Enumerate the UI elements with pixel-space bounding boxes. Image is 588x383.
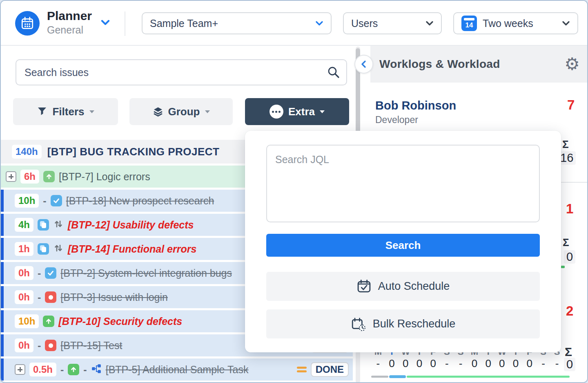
calendar-clock-icon [351,316,366,332]
caret-down-icon [89,110,94,113]
layers-icon [153,106,163,117]
timeframe-select[interactable]: 14 Two weeks [453,12,578,34]
workload-value: 0 [426,357,440,370]
sigma-symbol: Σ [563,236,569,249]
workload-value: 0 [385,357,399,370]
group-button[interactable]: Group [129,98,233,125]
issue-label: [BTP-18] New prospect research [66,195,214,207]
caret-down-icon [205,110,210,113]
settings-gear-icon[interactable]: ⚙ [564,56,580,73]
workload-bar-today-segment [389,375,406,378]
priority-arrow-up-icon [43,171,55,182]
issue-label: [BTP-3] Issue with login [60,291,168,303]
project-hours-chip: 140h [12,145,42,159]
filters-label: Filters [52,105,84,118]
workload-bar-past-segment [371,376,388,378]
workload-progress-bar [371,375,570,378]
project-title: [BTP] BUG TRACKING PROJECT [47,146,220,158]
issue-label: [BTP-10] Security defects [58,316,182,327]
search-issues-input[interactable] [16,59,347,85]
expand-icon[interactable] [6,171,16,182]
done-checkbox-icon[interactable] [51,195,62,206]
sigma-total: 0 [564,358,575,371]
planner-app-window: Planner General Sample Team+ Users 14 Tw… [0,0,588,383]
team-select-value: Sample Team+ [150,18,218,29]
estimate-chip: 1h [15,242,33,256]
row-accent-bar [1,358,4,381]
estimate-chip: 4h [15,218,33,232]
issue-label: [BTP-14] Functional errors [68,243,196,255]
planner-logo[interactable] [15,11,40,36]
issue-label: [BTP-12] Usability defects [68,219,194,231]
filters-button[interactable]: Filters [13,98,118,125]
user-issue-count: 7 [567,97,575,113]
search-icon[interactable] [327,65,341,81]
row-accent-bar [1,190,4,212]
workload-value: - [371,357,385,370]
view-mode-select[interactable]: Users [343,12,442,34]
dash-separator: - [38,340,41,352]
timeframe-value: Two weeks [483,18,533,29]
estimate-chip: 0h [15,338,33,352]
filter-funnel-icon [37,106,47,117]
top-bar: Planner General Sample Team+ Users 14 Tw… [1,1,588,46]
app-menu-chevron-down-icon[interactable] [100,19,111,28]
workload-value: - [454,357,468,370]
workload-value: - [537,357,550,370]
expand-icon[interactable] [15,364,25,375]
task-pages-icon [38,243,49,255]
workload-value: 0 [481,357,495,370]
bulk-reschedule-label: Bulk Reschedule [373,318,456,330]
extra-button[interactable]: Extra [245,98,349,125]
estimate-chip: 10h [15,194,39,208]
calendar-day-number: 14 [466,21,473,29]
extra-dropdown-panel: Search Auto Schedule Bulk Reschedule [245,131,561,352]
record-status-icon [45,291,56,303]
row-accent-bar [1,214,4,236]
sigma-symbol: Σ [562,138,569,151]
sigma-symbol: Σ [565,345,572,359]
search-issues-box [16,59,347,85]
dash-separator: - [38,291,41,303]
estimate-chip: 6h [20,170,39,184]
user-issue-count: 1 [566,201,573,217]
done-checkbox-icon[interactable] [45,267,56,279]
issue-row-btp-5[interactable]: 0.5h - - [BTP-5] Additional Sample Task … [1,358,353,381]
chevron-down-icon [562,20,570,26]
issue-label: [BTP-5] Additional Sample Task [106,364,249,376]
sigma-total: 0 [564,250,575,264]
user-name[interactable]: Bob Robinson [375,99,456,112]
bulk-reschedule-button[interactable]: Bulk Reschedule [266,309,540,338]
priority-arrow-up-icon [68,364,79,375]
workload-value: 0 [468,357,481,370]
row-accent-bar [1,334,4,356]
status-badge: DONE [311,362,349,377]
priority-medium-icon [297,367,307,372]
workload-values-row: -0000--00000-- [371,357,564,370]
user-issue-count: 2 [566,303,573,319]
worklogs-title: Worklogs & Workload [379,58,500,71]
calendar-14-icon: 14 [461,16,477,31]
group-label: Group [168,105,200,118]
header-divider [125,11,125,36]
chevron-left-icon [359,59,368,69]
extra-label: Extra [288,105,315,118]
calendar-icon [20,16,35,31]
workload-bar-green-edge [561,266,565,268]
auto-schedule-button[interactable]: Auto Schedule [266,272,540,301]
estimate-chip: 0.5h [29,363,56,376]
estimate-chip: 10h [15,314,39,328]
issue-label: [BTP-7] Logic errors [59,171,150,183]
workload-value: - [440,357,454,370]
workload-value: 0 [412,357,426,370]
workload-value: 0 [523,357,537,370]
arrows-up-down-icon [53,219,64,231]
workload-value: 0 [509,357,523,370]
estimate-chip: 0h [15,290,33,304]
jql-search-button[interactable]: Search [266,234,540,257]
jql-search-input[interactable] [266,145,540,222]
row-accent-bar [1,262,4,284]
team-select[interactable]: Sample Team+ [142,12,332,34]
collapse-panel-button[interactable] [354,55,373,74]
arrows-up-down-icon [53,243,64,255]
